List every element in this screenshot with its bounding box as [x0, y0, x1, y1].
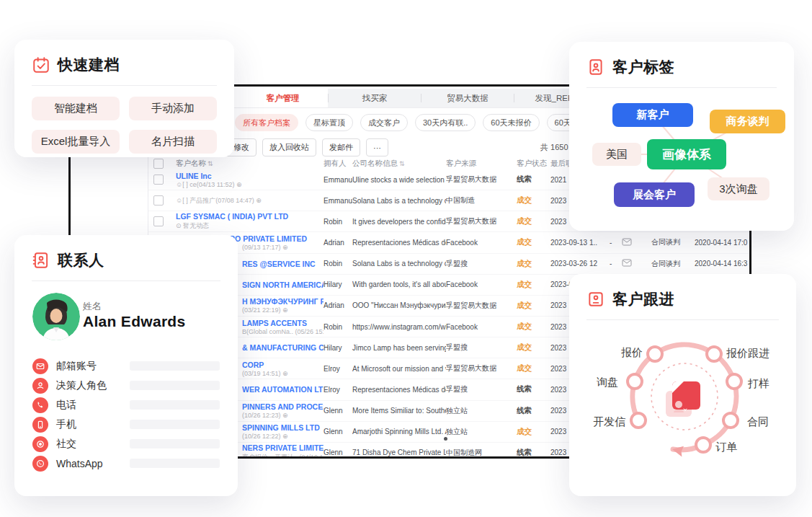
- company-info: 71 Disha Dye Chem Private Lim...: [352, 448, 446, 456]
- customer-tag[interactable]: 3次询盘: [708, 177, 769, 200]
- customer-tag[interactable]: 美国: [592, 143, 641, 166]
- action-button[interactable]: ···: [366, 138, 388, 156]
- filter-pill[interactable]: 60天未报价: [483, 114, 539, 131]
- company-info: https://www.instagram.com/wil...: [352, 323, 446, 331]
- customer-activity: (10/26 12:23) ⊕: [242, 412, 324, 419]
- customer-tag[interactable]: 展会客户: [614, 182, 695, 207]
- customer-source: 孚盟贸易大数据: [446, 363, 517, 374]
- field-label: 社交: [56, 438, 76, 451]
- sort-icon[interactable]: ⇅: [399, 160, 405, 167]
- customer-name-link[interactable]: PINNERS AND PROCESSORS: [242, 402, 324, 411]
- company-info: Solana Labs is a technology co...: [352, 197, 446, 205]
- owner: Hilary: [324, 280, 352, 288]
- customer-name-link[interactable]: & MANUFACTURING CO: [242, 343, 324, 352]
- quick-create-button[interactable]: 名片扫描: [129, 130, 217, 154]
- customer-name-link[interactable]: SPINNING MILLS LTD: [242, 423, 324, 432]
- customer-source: 独立站: [446, 406, 517, 416]
- follow-step-label: 订单: [715, 441, 737, 454]
- okki-logo: [666, 381, 700, 417]
- field-value-placeholder[interactable]: [130, 400, 220, 410]
- field-value-placeholder[interactable]: [130, 381, 220, 390]
- field-value-placeholder[interactable]: [130, 459, 220, 468]
- customer-source: 中国制造: [446, 195, 517, 206]
- last-contact-date: 2023-09-13 1..: [550, 239, 610, 247]
- customer-tags-card: 客户标签 新客户 商务谈判 美国 画像体系 展会客户 3次询: [569, 42, 794, 231]
- customer-activity: B(Global comNa.. (05/26 15:42) ⊕: [242, 328, 324, 335]
- status-badge: 成交: [517, 427, 550, 437]
- status-badge: 线索: [517, 406, 550, 416]
- contact-card: 联系人 姓名 Alan Edwards 邮箱账号 决策人角色: [14, 235, 238, 496]
- filter-pill[interactable]: 30天内有联..: [415, 114, 476, 131]
- customer-name-link[interactable]: RES @SERVICE INC: [242, 260, 324, 268]
- row-checkbox[interactable]: [153, 216, 164, 226]
- action-button[interactable]: 发邮件: [322, 138, 360, 156]
- select-all-checkbox[interactable]: [153, 159, 164, 169]
- follow-step-label: 报价跟进: [726, 347, 769, 361]
- status-badge: 线索: [517, 174, 550, 185]
- customer-name-link[interactable]: WER AUTOMATION LTD SIEME: [242, 385, 324, 394]
- action-button[interactable]: 放入回收站: [262, 138, 316, 156]
- customer-name-link[interactable]: Н МЭНУФЭКЧУРИНГ РУС: [242, 297, 324, 306]
- field-label: WhatsApp: [56, 458, 103, 469]
- tab[interactable]: 贸易大数据: [421, 89, 514, 107]
- customer-name-link[interactable]: LAMPS ACCENTS: [242, 319, 324, 327]
- company-info: With garden tools, it's all about ...: [352, 280, 446, 288]
- customer-stage: 合同谈判: [651, 237, 695, 247]
- tag-cloud: 新客户 商务谈判 美国 画像体系 展会客户 3次询盘: [569, 42, 794, 231]
- owner: Robin: [324, 260, 352, 268]
- status-badge: 成交: [517, 280, 550, 290]
- customer-tag[interactable]: 商务谈判: [710, 110, 785, 133]
- company-info: More Items Similiar to: Souther...: [352, 407, 446, 415]
- customer-name-link[interactable]: ULINE Inc: [176, 172, 324, 180]
- customer-source: Facebook: [446, 239, 517, 247]
- envelope-icon[interactable]: [622, 238, 632, 247]
- owner: Glenn: [324, 448, 352, 456]
- customer-source: 孚盟搜: [446, 343, 517, 353]
- customer-name-link[interactable]: SIGN NORTH AMERICA INC: [242, 280, 324, 289]
- follow-up-card: 客户跟进: [569, 274, 796, 496]
- scroll-indicator-dot[interactable]: [444, 437, 447, 441]
- row-checkbox[interactable]: [153, 174, 164, 185]
- contact-fields: 邮箱账号 决策人角色 电话 手机: [32, 356, 220, 473]
- create-date: 2020-04-14 17:0: [695, 239, 751, 247]
- owner: Adrian: [324, 239, 352, 247]
- company-info: ООО "Ниссан Мэнуфэкчуринг...: [352, 301, 446, 309]
- field-value-placeholder[interactable]: [130, 420, 220, 429]
- field-label: 电话: [56, 399, 76, 412]
- field-value-placeholder[interactable]: [130, 439, 220, 448]
- field-value-placeholder[interactable]: [130, 361, 220, 371]
- contact-field-row: 电话: [32, 395, 220, 415]
- owner: Robin: [324, 323, 352, 331]
- status-badge: 成交: [517, 216, 550, 226]
- customer-tag[interactable]: 新客户: [612, 103, 693, 127]
- quick-create-button[interactable]: 智能建档: [32, 97, 120, 120]
- follow-step-label: 打样: [748, 377, 769, 391]
- customer-source: 中国制造网: [446, 448, 517, 458]
- tab-customer-management[interactable]: 客户管理: [238, 89, 328, 107]
- quick-create-button[interactable]: 手动添加: [129, 97, 217, 120]
- tab[interactable]: 找买家: [329, 89, 421, 107]
- phone-icon: [32, 397, 48, 413]
- customer-name-link[interactable]: CORP: [242, 361, 324, 369]
- filter-pill[interactable]: 星标置顶: [305, 114, 353, 131]
- customer-stage: 合同谈判: [651, 259, 695, 269]
- filter-all-customers[interactable]: 所有客户档案: [235, 114, 298, 131]
- customer-activity: ⊙ 暂无动态: [176, 221, 324, 231]
- row-checkbox[interactable]: [153, 195, 164, 206]
- envelope-icon[interactable]: [622, 259, 632, 268]
- quick-create-button[interactable]: Excel批量导入: [32, 130, 120, 154]
- customer-name-link[interactable]: LGF SYSMAC ( INDIA) PVT LTD: [176, 212, 324, 221]
- page: 下属 孚盟邮 商品 › 发现: [0, 0, 812, 517]
- company-info: It gives developers the confide...: [352, 218, 446, 226]
- card-title: 联系人: [58, 250, 104, 270]
- table-row[interactable]: IL F&F BUILDPRO PRIVATE LIMITED (09/13 1…: [148, 232, 751, 253]
- table-row[interactable]: RES @SERVICE INC Robin Solana Labs is a …: [148, 254, 751, 275]
- filter-pill[interactable]: 成交客户: [360, 114, 408, 131]
- customer-tag[interactable]: 画像体系: [647, 139, 726, 169]
- cycle-arrow-icon: [672, 444, 684, 456]
- owner: Glenn: [324, 428, 352, 436]
- sort-icon[interactable]: ⇅: [208, 160, 213, 167]
- owner: Robin: [324, 218, 352, 226]
- customer-name-link[interactable]: NERS PRIVATE LIMITED: [242, 443, 324, 452]
- dash-value: -: [610, 260, 622, 268]
